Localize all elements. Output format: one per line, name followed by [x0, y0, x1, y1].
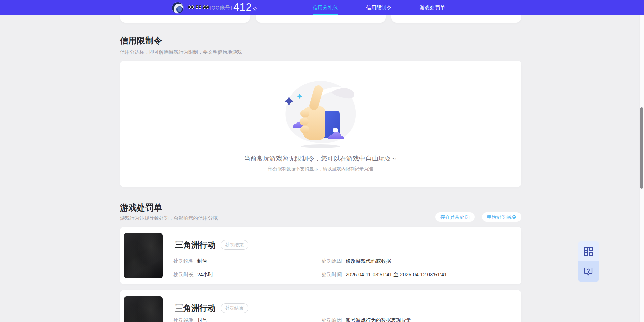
eyes-emoji — [196, 5, 201, 9]
tab-game-penalty[interactable]: 游戏处罚单 — [420, 0, 445, 15]
penalty-details: 处罚说明 封号 处罚原因 账号游戏行为的数据表现异常 — [173, 317, 520, 322]
cutoff-card — [256, 15, 386, 23]
penalty-reason-value: 修改游戏代码或数据 — [346, 258, 391, 264]
penalty-reason-value: 账号游戏行为的数据表现异常 — [346, 317, 411, 322]
qr-code-icon — [583, 246, 593, 256]
restriction-section-title: 信用限制令 — [120, 35, 162, 46]
side-widget-group — [578, 241, 599, 282]
nav-tabs: 信用分礼包 信用限制令 游戏处罚单 — [313, 0, 445, 15]
penalty-desc-value: 封号 — [197, 317, 207, 322]
penalty-desc-label: 处罚说明 — [173, 258, 197, 264]
cutoff-card — [120, 15, 250, 23]
scrollbar-track[interactable] — [639, 0, 644, 322]
penalty-reason-label: 处罚原因 — [322, 258, 346, 264]
penalty-reason-label: 处罚原因 — [322, 317, 346, 322]
qr-code-button[interactable] — [578, 241, 599, 261]
scrolled-cards-row — [120, 15, 521, 23]
credit-score-unit: 分 — [253, 6, 257, 12]
penalty-status-badge: 处罚结束 — [221, 240, 248, 250]
penalty-duration-value: 24小时 — [197, 271, 213, 278]
penalty-desc-label: 处罚说明 — [173, 317, 197, 322]
penalty-card: 三角洲行动 处罚结束 处罚说明 封号 处罚原因 修改游戏代码或数据 处罚时长 2… — [120, 227, 521, 284]
abnormal-penalty-link[interactable]: 存在异常处罚 — [435, 212, 475, 222]
penalty-status-badge: 处罚结束 — [221, 303, 248, 313]
restriction-empty-card: 当前常玩游戏暂无限制令，您可以在游戏中自由玩耍～ 部分限制数据不支持显示，请以游… — [120, 61, 521, 187]
top-nav-bar: [QQ账号] 412分 信用分礼包 信用限制令 游戏处罚单 — [0, 0, 644, 15]
account-type-label: [QQ账号] — [210, 5, 232, 11]
penalty-time-value: 2026-04-11 03:51:41 至 2026-04-12 03:51:4… — [346, 271, 447, 278]
avatar-image — [172, 2, 184, 14]
penalty-desc-value: 封号 — [197, 258, 207, 264]
credit-score: 412分 — [233, 1, 257, 13]
penalty-time-label: 处罚时间 — [322, 271, 346, 278]
penalty-section-subtitle: 游戏行为违规导致处罚，会影响您的信用分哦 — [120, 215, 218, 221]
penalty-section-title: 游戏处罚单 — [120, 202, 162, 213]
empty-state-note: 部分限制数据不支持显示，请以游戏内限制记录为准 — [120, 166, 521, 172]
game-thumbnail — [124, 233, 163, 278]
thumbs-up-illustration — [281, 77, 360, 149]
game-thumbnail — [124, 296, 163, 322]
user-avatar[interactable] — [172, 2, 184, 14]
tab-credit-gift[interactable]: 信用分礼包 — [313, 0, 338, 15]
eyes-emoji-nickname — [188, 5, 209, 9]
penalty-reduction-link[interactable]: 申请处罚减免 — [482, 212, 521, 222]
game-title: 三角洲行动 — [175, 303, 216, 314]
game-title: 三角洲行动 — [175, 239, 216, 250]
penalty-duration-label: 处罚时长 — [173, 271, 197, 278]
restriction-section-subtitle: 信用分达标，即可解除游戏行为限制，要文明健康地游戏 — [120, 49, 242, 55]
eyes-emoji — [203, 5, 209, 9]
cutoff-card — [391, 15, 521, 23]
empty-state-message: 当前常玩游戏暂无限制令，您可以在游戏中自由玩耍～ — [120, 154, 521, 163]
credit-score-value: 412 — [233, 1, 252, 13]
help-question-icon — [583, 266, 594, 277]
scrollbar-thumb[interactable] — [640, 107, 643, 189]
penalty-card: 三角洲行动 处罚结束 处罚说明 封号 处罚原因 账号游戏行为的数据表现异常 — [120, 290, 521, 322]
eyes-emoji — [188, 5, 194, 9]
tab-credit-restriction[interactable]: 信用限制令 — [366, 0, 391, 15]
penalty-actions: 存在异常处罚 申请处罚减免 — [435, 212, 521, 222]
penalty-details: 处罚说明 封号 处罚原因 修改游戏代码或数据 处罚时长 24小时 处罚时间 20… — [173, 258, 520, 284]
help-button[interactable] — [578, 261, 599, 282]
